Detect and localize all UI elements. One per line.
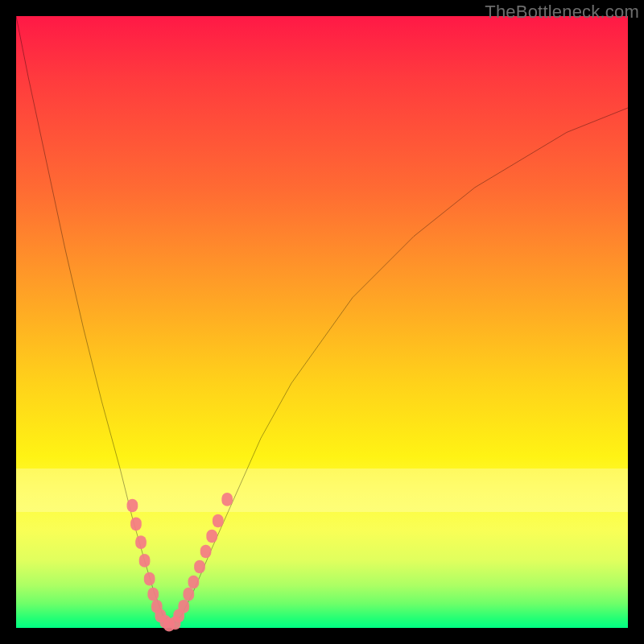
highlight-dot <box>139 554 151 568</box>
highlight-dot <box>147 588 159 601</box>
chart-plot-area <box>16 16 628 628</box>
highlight-dot <box>188 576 200 589</box>
highlight-dot <box>144 572 155 586</box>
highlight-dot <box>221 493 233 506</box>
highlight-dot <box>183 588 194 601</box>
highlight-dot <box>206 530 217 543</box>
highlight-dot <box>194 560 205 574</box>
highlight-dots-right <box>170 493 233 630</box>
watermark-text: TheBottleneck.com <box>485 2 639 23</box>
highlight-dot <box>178 600 189 613</box>
highlight-dots-left <box>127 499 175 632</box>
chart-outer-frame: TheBottleneck.com <box>0 0 644 644</box>
highlight-dot <box>135 535 147 549</box>
highlight-dot <box>213 514 224 528</box>
highlight-dot <box>130 517 142 530</box>
highlight-dot <box>200 545 212 559</box>
highlight-dot <box>127 499 138 513</box>
bottleneck-curve <box>16 16 628 625</box>
chart-svg-layer <box>16 16 628 628</box>
